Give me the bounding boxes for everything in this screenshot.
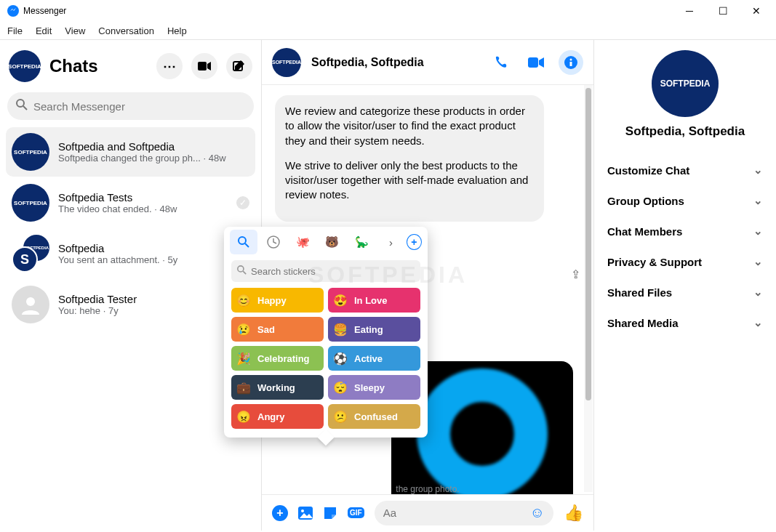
menu-edit[interactable]: Edit: [36, 25, 52, 36]
chat-name: Softpedia and Softpedia: [58, 140, 249, 153]
chevron-down-icon: ⌄: [753, 286, 763, 299]
share-icon[interactable]: ⇪: [571, 267, 580, 283]
system-note: the group photo.: [262, 484, 593, 494]
voice-call-button[interactable]: [489, 50, 513, 75]
sticker-tab-pack3[interactable]: 🦕: [348, 230, 375, 254]
menu-help[interactable]: Help: [167, 25, 187, 36]
svg-rect-0: [198, 62, 207, 70]
sticker-search[interactable]: [231, 260, 420, 282]
chat-item[interactable]: SOFTPEDIA Softpedia Tests The video chat…: [6, 178, 255, 227]
sticker-category-grid: 😊Happy😍In Love😢Sad🍔Eating🎉Celebrating⚽Ac…: [224, 288, 428, 438]
chat-preview: You: hehe · 7y: [58, 305, 249, 316]
check-badge-icon: ✓: [236, 196, 249, 209]
accordion-customize-chat[interactable]: Customize Chat⌄: [599, 155, 772, 185]
sticker-tab-next[interactable]: ›: [377, 230, 404, 254]
accordion-chat-members[interactable]: Chat Members⌄: [599, 216, 772, 246]
info-panel: SOFTPEDIA Softpedia, Softpedia Customize…: [594, 40, 776, 531]
sticker-search-input[interactable]: [251, 266, 415, 277]
search-icon: [16, 99, 28, 113]
sticker-tab-search[interactable]: [230, 230, 257, 254]
scrollbar[interactable]: [584, 85, 593, 492]
message-input-wrap[interactable]: ☺: [375, 501, 553, 525]
accordion-group-options[interactable]: Group Options⌄: [599, 185, 772, 216]
accordion-shared-media[interactable]: Shared Media⌄: [599, 307, 772, 338]
menu-bar: File Edit View Conversation Help: [0, 22, 776, 39]
sticker-category[interactable]: 😕Confused: [328, 404, 420, 429]
accordion-shared-files[interactable]: Shared Files⌄: [599, 277, 772, 307]
info-accordion: Customize Chat⌄ Group Options⌄ Chat Memb…: [599, 155, 772, 338]
emoji-button[interactable]: ☺: [530, 504, 545, 521]
sticker-category[interactable]: 😠Angry: [231, 404, 324, 429]
conversation-info-button[interactable]: [559, 50, 583, 75]
message-input[interactable]: [383, 507, 530, 519]
conversation-avatar: SOFTPEDIA: [272, 48, 301, 77]
window-title: Messenger: [23, 6, 66, 16]
chat-name: Softpedia: [58, 242, 249, 254]
svg-point-11: [239, 237, 246, 244]
chat-avatar: [12, 286, 49, 323]
svg-line-3: [23, 106, 27, 110]
messenger-icon: [7, 5, 19, 17]
sticker-category[interactable]: 😊Happy: [231, 288, 324, 313]
sticker-category[interactable]: 💼Working: [231, 375, 324, 400]
sticker-category[interactable]: 🎉Celebrating: [231, 346, 324, 371]
sidebar: SOFTPEDIA Chats ⋯ SOFTPEDIA Softpedia an…: [0, 40, 262, 531]
sticker-button[interactable]: [323, 506, 337, 520]
new-video-call-button[interactable]: [191, 53, 217, 79]
sticker-category[interactable]: ⚽Active: [328, 346, 420, 371]
profile-avatar[interactable]: SOFTPEDIA: [9, 50, 41, 82]
message-text: We review and categorize these products …: [285, 104, 534, 148]
window-maximize[interactable]: ☐: [706, 0, 740, 22]
chat-name: Softpedia Tester: [58, 293, 249, 305]
sticker-category[interactable]: 🍔Eating: [328, 317, 420, 342]
search-input[interactable]: [33, 100, 245, 113]
chevron-down-icon: ⌄: [753, 255, 763, 268]
chat-list: SOFTPEDIA Softpedia and Softpedia Softpe…: [6, 127, 255, 329]
menu-view[interactable]: View: [65, 25, 85, 36]
svg-point-14: [238, 266, 244, 272]
conversation-header: SOFTPEDIA Softpedia, Softpedia: [262, 40, 593, 85]
accordion-privacy-support[interactable]: Privacy & Support⌄: [599, 246, 772, 277]
menu-conversation[interactable]: Conversation: [98, 25, 154, 36]
photo-button[interactable]: [298, 507, 313, 520]
svg-rect-8: [570, 62, 572, 66]
chat-preview: Softpedia changed the group ph... · 48w: [58, 153, 249, 164]
svg-point-10: [301, 509, 304, 512]
window-minimize[interactable]: ─: [673, 0, 706, 22]
chat-preview: You sent an attachment. · 5y: [58, 254, 249, 265]
like-button[interactable]: 👍: [564, 504, 583, 523]
menu-file[interactable]: File: [7, 25, 23, 36]
chat-avatar: SOFTPEDIA S: [12, 235, 49, 273]
sticker-tabs: 🐙 🐻 🦕 › +: [224, 227, 428, 257]
search-messenger[interactable]: [7, 92, 254, 120]
window-close[interactable]: ✕: [740, 0, 773, 22]
sticker-category[interactable]: 😍In Love: [328, 288, 420, 313]
message-bubble: We review and categorize these products …: [275, 95, 544, 222]
info-title: Softpedia, Softpedia: [625, 124, 745, 139]
new-message-button[interactable]: [226, 53, 252, 79]
conversation-title: Softpedia, Softpedia: [311, 56, 424, 69]
chat-item[interactable]: SOFTPEDIA S Softpedia You sent an attach…: [6, 229, 255, 278]
sticker-add-pack[interactable]: +: [407, 234, 422, 250]
add-attachment-button[interactable]: +: [272, 505, 288, 521]
sticker-tab-pack2[interactable]: 🐻: [318, 230, 345, 254]
sticker-tab-pack1[interactable]: 🐙: [289, 230, 316, 254]
gif-button[interactable]: GIF: [348, 507, 364, 518]
sticker-tab-recent[interactable]: [259, 230, 287, 254]
video-call-button[interactable]: [524, 50, 548, 75]
chat-item[interactable]: SOFTPEDIA Softpedia and Softpedia Softpe…: [6, 127, 255, 177]
chats-heading: Chats: [49, 56, 98, 76]
svg-line-12: [245, 243, 249, 247]
search-icon: [237, 265, 247, 278]
chevron-down-icon: ⌄: [753, 194, 763, 207]
chat-item[interactable]: Softpedia Tester You: hehe · 7y: [6, 280, 255, 329]
scrollbar-thumb[interactable]: [585, 88, 591, 400]
chat-name: Softpedia Tests: [58, 191, 228, 203]
info-avatar: SOFTPEDIA: [652, 50, 719, 117]
more-options-button[interactable]: ⋯: [156, 53, 183, 79]
svg-point-7: [570, 58, 572, 60]
svg-point-4: [26, 297, 35, 306]
chevron-down-icon: ⌄: [753, 316, 763, 329]
sticker-category[interactable]: 😢Sad: [231, 317, 324, 342]
sticker-category[interactable]: 😴Sleepy: [328, 375, 420, 400]
